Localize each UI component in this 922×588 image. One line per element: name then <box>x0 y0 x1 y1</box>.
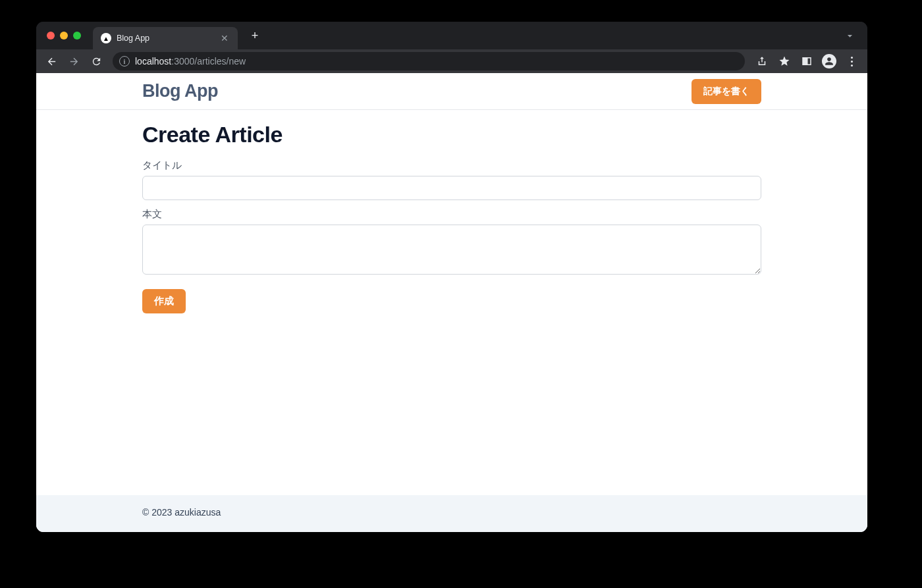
brand-logo[interactable]: Blog App <box>142 81 218 101</box>
window-controls <box>36 32 81 40</box>
reload-button[interactable] <box>86 51 106 71</box>
back-button[interactable] <box>41 51 61 71</box>
footer-copyright: © 2023 azukiazusa <box>136 507 768 518</box>
avatar-icon <box>822 54 836 68</box>
new-tab-button[interactable]: + <box>246 26 264 45</box>
page-viewport: Blog App 記事を書く Create Article タイトル 本文 作成… <box>36 73 867 532</box>
title-label: タイトル <box>142 159 761 172</box>
forward-button[interactable] <box>64 51 84 71</box>
app-footer: © 2023 azukiazusa <box>36 495 867 532</box>
write-article-button[interactable]: 記事を書く <box>692 79 761 104</box>
page-title: Create Article <box>142 122 761 147</box>
panel-button[interactable] <box>796 51 817 71</box>
browser-window: ▲ Blog App ✕ + i localhost:3000/articles… <box>36 22 867 532</box>
submit-button[interactable]: 作成 <box>142 289 186 313</box>
title-input[interactable] <box>142 176 761 200</box>
tab-title: Blog App <box>117 34 214 43</box>
app-header: Blog App 記事を書く <box>36 73 867 110</box>
minimize-window-button[interactable] <box>60 32 68 40</box>
url-host: localhost <box>135 56 171 67</box>
titlebar: ▲ Blog App ✕ + <box>36 22 867 49</box>
bookmark-button[interactable] <box>774 51 795 71</box>
tabs-dropdown-button[interactable] <box>840 26 859 45</box>
favicon-icon: ▲ <box>101 33 111 43</box>
browser-tab[interactable]: ▲ Blog App ✕ <box>93 27 238 49</box>
main-content: Create Article タイトル 本文 作成 <box>36 110 867 495</box>
toolbar-right <box>751 51 862 71</box>
close-window-button[interactable] <box>47 32 55 40</box>
share-button[interactable] <box>751 51 773 71</box>
menu-button[interactable] <box>841 51 862 71</box>
body-textarea[interactable] <box>142 225 761 275</box>
site-info-icon[interactable]: i <box>119 56 130 67</box>
profile-button[interactable] <box>819 51 840 71</box>
url-text: localhost:3000/articles/new <box>135 56 246 67</box>
browser-toolbar: i localhost:3000/articles/new <box>36 49 867 73</box>
close-tab-button[interactable]: ✕ <box>219 33 230 43</box>
maximize-window-button[interactable] <box>73 32 81 40</box>
url-path: :3000/articles/new <box>171 56 246 67</box>
body-label: 本文 <box>142 208 761 221</box>
address-bar[interactable]: i localhost:3000/articles/new <box>113 52 745 70</box>
kebab-icon <box>851 57 853 67</box>
